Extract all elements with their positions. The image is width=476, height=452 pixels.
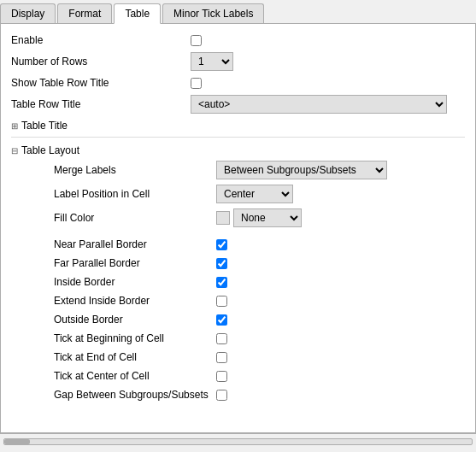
tick-center-checkbox[interactable] [216, 371, 227, 382]
outside-border-row: Outside Border [11, 310, 465, 329]
table-row-title-label: Table Row Title [11, 98, 191, 110]
show-table-row-title-label: Show Table Row Title [11, 77, 191, 89]
enable-checkbox[interactable] [191, 35, 202, 46]
merge-labels-select[interactable]: Between Subgroups/Subsets [216, 161, 387, 179]
fill-color-select[interactable]: None [233, 208, 302, 227]
gap-label: Gap Between Subgroups/Subsets [37, 389, 216, 401]
inside-border-label: Inside Border [37, 276, 216, 288]
fill-color-control: None [216, 208, 465, 227]
fill-color-label: Fill Color [37, 212, 216, 224]
table-layout-section: ⊟ Table Layout [11, 141, 465, 158]
tick-beginning-checkbox[interactable] [216, 333, 227, 344]
far-parallel-border-label: Far Parallel Border [37, 257, 216, 269]
merge-labels-control: Between Subgroups/Subsets [216, 161, 465, 179]
scrollbar-track[interactable] [3, 438, 473, 445]
tab-format[interactable]: Format [57, 3, 112, 23]
table-title-section: ⊞ Table Title [11, 116, 465, 133]
fill-color-row: Fill Color None [11, 206, 465, 230]
table-row-title-row: Table Row Title <auto> [11, 92, 465, 116]
show-table-row-title-control [191, 78, 465, 89]
near-parallel-border-checkbox[interactable] [216, 239, 227, 250]
tick-center-row: Tick at Center of Cell [11, 367, 465, 385]
tab-minor-tick-labels[interactable]: Minor Tick Labels [162, 3, 264, 23]
table-title-label: Table Title [21, 120, 68, 132]
enable-row: Enable [11, 31, 465, 50]
table-title-expand-icon[interactable]: ⊞ [11, 121, 18, 131]
extend-inside-border-control [216, 296, 465, 307]
content-panel: Enable Number of Rows 1 Show Table Row T… [0, 24, 476, 433]
enable-label: Enable [11, 34, 191, 46]
tab-display[interactable]: Display [0, 3, 56, 23]
tab-bar: Display Format Table Minor Tick Labels [0, 0, 476, 24]
tick-beginning-row: Tick at Beginning of Cell [11, 329, 465, 348]
far-parallel-border-row: Far Parallel Border [11, 254, 465, 273]
table-layout-label: Table Layout [21, 144, 79, 156]
merge-labels-row: Merge Labels Between Subgroups/Subsets [11, 158, 465, 182]
label-position-control: Center [216, 185, 465, 203]
inside-border-control [216, 277, 465, 288]
scrollbar-thumb[interactable] [4, 439, 30, 444]
tick-center-control [216, 371, 465, 382]
merge-labels-label: Merge Labels [37, 164, 216, 176]
inside-border-row: Inside Border [11, 273, 465, 291]
tick-end-control [216, 352, 465, 363]
extend-inside-border-label: Extend Inside Border [37, 295, 216, 307]
tick-end-checkbox[interactable] [216, 352, 227, 363]
near-parallel-border-control [216, 239, 465, 250]
near-parallel-border-label: Near Parallel Border [37, 238, 216, 250]
gap-control [216, 390, 465, 401]
tick-beginning-control [216, 333, 465, 344]
tick-end-row: Tick at End of Cell [11, 348, 465, 367]
tick-end-label: Tick at End of Cell [37, 351, 216, 363]
gap-row: Gap Between Subgroups/Subsets [11, 385, 465, 404]
tick-center-label: Tick at Center of Cell [37, 370, 216, 382]
outside-border-checkbox[interactable] [216, 314, 227, 326]
extend-inside-border-checkbox[interactable] [216, 296, 227, 307]
show-table-row-title-row: Show Table Row Title [11, 73, 465, 92]
near-parallel-border-row: Near Parallel Border [11, 235, 465, 254]
number-of-rows-select[interactable]: 1 [191, 52, 233, 71]
number-of-rows-control: 1 [191, 52, 465, 71]
far-parallel-border-control [216, 258, 465, 269]
inside-border-checkbox[interactable] [216, 277, 227, 288]
number-of-rows-label: Number of Rows [11, 56, 191, 68]
scrollbar-area [0, 433, 476, 449]
label-position-select[interactable]: Center [216, 185, 293, 203]
gap-checkbox[interactable] [216, 390, 227, 401]
show-table-row-title-checkbox[interactable] [191, 78, 202, 89]
far-parallel-border-checkbox[interactable] [216, 258, 227, 269]
outside-border-label: Outside Border [37, 314, 216, 326]
enable-control [191, 35, 465, 46]
fill-color-swatch[interactable] [216, 211, 230, 225]
divider-1 [11, 137, 465, 138]
tab-table[interactable]: Table [114, 3, 161, 24]
table-layout-expand-icon[interactable]: ⊟ [11, 146, 18, 156]
number-of-rows-row: Number of Rows 1 [11, 50, 465, 73]
outside-border-control [216, 314, 465, 326]
tick-beginning-label: Tick at Beginning of Cell [37, 332, 216, 344]
label-position-label: Label Position in Cell [37, 188, 216, 200]
extend-inside-border-row: Extend Inside Border [11, 291, 465, 310]
table-row-title-select[interactable]: <auto> [191, 95, 447, 114]
table-row-title-control: <auto> [191, 95, 465, 114]
label-position-row: Label Position in Cell Center [11, 182, 465, 206]
